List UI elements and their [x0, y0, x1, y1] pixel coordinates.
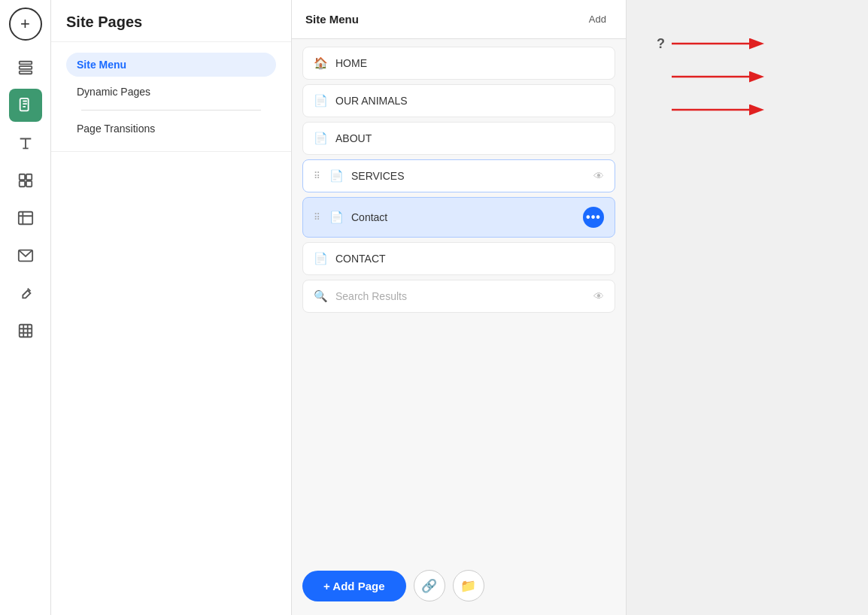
page-item-home-label: HOME	[335, 57, 604, 69]
page-icon-contact: 📄	[329, 211, 344, 224]
svg-rect-8	[18, 212, 32, 225]
page-item-contact2-label: CONTACT	[335, 253, 604, 265]
page-item-about[interactable]: 📄 ABOUT	[302, 122, 615, 155]
toolbar-icon-apps[interactable]	[9, 201, 42, 235]
right-area: ? Settings SEO (Google) Social Share	[627, 0, 868, 615]
add-button[interactable]: +	[9, 8, 42, 41]
page-icon-our-animals: 📄	[314, 94, 328, 108]
page-item-search-results[interactable]: 🔍 Search Results 👁	[302, 280, 615, 313]
pages-list: 🏠 HOME 📄 OUR ANIMALS 📄 ABOUT ⠿ 📄 SERVICE…	[292, 39, 626, 559]
toolbar-icon-pen[interactable]	[9, 277, 42, 310]
page-icon-search: 🔍	[314, 289, 328, 303]
site-menu-add-button[interactable]: Add	[583, 11, 612, 28]
svg-text:?: ?	[657, 36, 665, 51]
panel-header: Site Pages	[51, 0, 291, 42]
drag-handle-contact: ⠿	[314, 212, 320, 223]
page-item-our-animals-label: OUR ANIMALS	[335, 95, 604, 107]
toolbar-icon-text[interactable]	[9, 126, 42, 159]
page-icon-contact2: 📄	[314, 252, 328, 265]
svg-rect-7	[26, 181, 31, 186]
hide-icon-services: 👁	[593, 170, 604, 182]
page-item-search-label: Search Results	[335, 290, 586, 302]
toolbar-icon-table[interactable]	[9, 314, 42, 347]
svg-rect-4	[19, 174, 24, 180]
site-menu-actions: Add	[583, 11, 612, 28]
nav-site-menu[interactable]: Site Menu	[66, 53, 276, 77]
drag-handle-services: ⠿	[314, 171, 320, 181]
page-icon-about: 📄	[314, 132, 328, 145]
toolbar-icon-pages[interactable]	[9, 89, 42, 122]
page-actions-contact: •••	[583, 207, 604, 228]
panel-divider	[81, 110, 261, 111]
page-actions-services: 👁	[593, 170, 604, 182]
site-menu-title: Site Menu	[305, 13, 359, 26]
page-actions-search: 👁	[593, 290, 604, 302]
panel-title: Site Pages	[66, 14, 276, 31]
add-page-button[interactable]: + Add Page	[302, 571, 406, 601]
page-item-contact2[interactable]: 📄 CONTACT	[302, 242, 615, 275]
link-button[interactable]: 🔗	[414, 570, 445, 601]
toolbar-icon-mail[interactable]	[9, 239, 42, 272]
site-menu-panel: Site Menu Add 🏠 HOME 📄 OUR ANIMALS 📄 ABO…	[292, 0, 627, 615]
svg-rect-2	[19, 71, 32, 74]
page-item-about-label: ABOUT	[335, 132, 604, 144]
home-page-icon: 🏠	[314, 56, 328, 70]
svg-rect-1	[19, 66, 32, 69]
page-item-our-animals[interactable]: 📄 OUR ANIMALS	[302, 84, 615, 117]
hide-icon-search: 👁	[593, 290, 604, 302]
arrows-overlay: ?	[627, 15, 867, 135]
page-item-home[interactable]: 🏠 HOME	[302, 47, 615, 80]
page-item-services-label: SERVICES	[351, 170, 586, 182]
nav-page-transitions[interactable]: Page Transitions	[66, 117, 276, 141]
toolbar-icon-1[interactable]	[9, 51, 42, 84]
folder-button[interactable]: 📁	[453, 570, 484, 601]
context-menu-button[interactable]: •••	[583, 207, 604, 228]
nav-dynamic-pages[interactable]: Dynamic Pages	[66, 80, 276, 104]
toolbar-icon-edit[interactable]	[9, 164, 42, 197]
page-item-contact[interactable]: ⠿ 📄 Contact •••	[302, 197, 615, 238]
page-item-services[interactable]: ⠿ 📄 SERVICES 👁	[302, 159, 615, 192]
svg-rect-10	[19, 325, 32, 338]
svg-rect-5	[26, 174, 31, 180]
page-icon-services: 📄	[329, 169, 344, 183]
main-panel: Site Pages Site Menu Dynamic Pages Page …	[51, 0, 292, 615]
panel-nav: Site Menu Dynamic Pages Page Transitions	[51, 42, 291, 152]
left-toolbar: +	[0, 0, 51, 615]
svg-rect-6	[19, 181, 24, 186]
add-page-area: + Add Page 🔗 📁	[292, 559, 626, 615]
site-menu-header: Site Menu Add	[292, 0, 626, 39]
svg-rect-0	[19, 62, 32, 65]
page-item-contact-label: Contact	[351, 211, 575, 223]
